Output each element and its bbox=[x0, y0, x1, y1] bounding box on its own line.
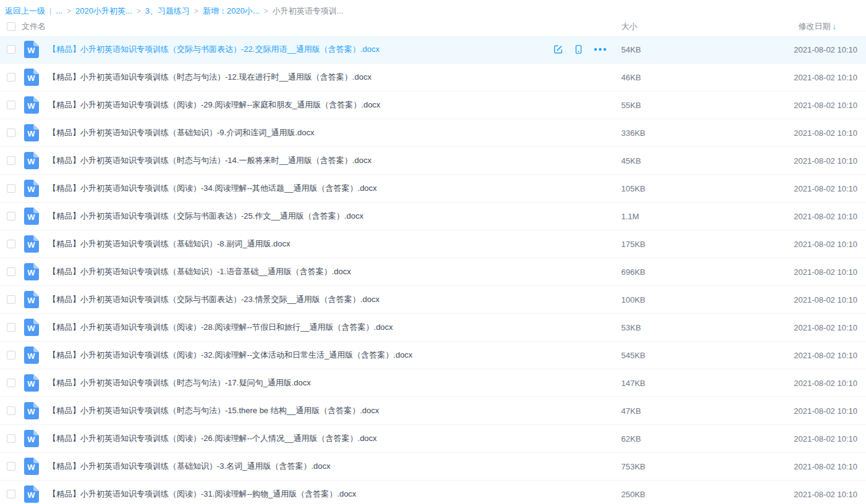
svg-text:W: W bbox=[27, 490, 35, 500]
file-date: 2021-08-02 10:10 bbox=[767, 323, 866, 332]
breadcrumb-separator: > bbox=[194, 7, 198, 15]
file-name-link[interactable]: 【精品】小升初英语知识专项训练（阅读）-34.阅读理解--其他话题__通用版（含… bbox=[48, 183, 552, 194]
file-name-link[interactable]: 【精品】小升初英语知识专项训练（阅读）-26.阅读理解--个人情况__通用版（含… bbox=[48, 433, 552, 444]
file-name-link[interactable]: 【精品】小升初英语知识专项训练（阅读）-31.阅读理解--购物_通用版（含答案）… bbox=[48, 489, 552, 500]
breadcrumb-link[interactable]: 2020小升初英... bbox=[75, 6, 132, 17]
file-name-link[interactable]: 【精品】小升初英语知识专项训练（基础知识）-8.副词_通用版.docx bbox=[48, 238, 552, 250]
file-row[interactable]: W 【精品】小升初英语知识专项训练（阅读）-26.阅读理解--个人情况__通用版… bbox=[0, 425, 866, 453]
row-checkbox[interactable] bbox=[7, 184, 15, 193]
svg-text:W: W bbox=[27, 74, 35, 83]
word-doc-icon: W bbox=[24, 263, 39, 280]
breadcrumb-current: 小升初英语专项训... bbox=[273, 6, 344, 17]
row-checkbox[interactable] bbox=[7, 101, 15, 109]
file-size: 47KB bbox=[621, 406, 767, 416]
select-all-checkbox[interactable] bbox=[7, 22, 15, 31]
file-date: 2021-08-02 10:10 bbox=[767, 45, 866, 54]
file-row[interactable]: W 【精品】小升初英语知识专项训练（交际与书面表达）-22.交际用语__通用版（… bbox=[0, 36, 866, 64]
word-doc-icon: W bbox=[24, 69, 39, 86]
file-row[interactable]: W 【精品】小升初英语知识专项训练（时态与句法）-17.疑问句_通用版.docx bbox=[0, 369, 866, 397]
word-doc-icon: W bbox=[24, 319, 39, 336]
file-size: 175KB bbox=[621, 240, 767, 249]
file-row[interactable]: W 【精品】小升初英语知识专项训练（阅读）-32.阅读理解--文体活动和日常生活… bbox=[0, 342, 866, 369]
word-doc-icon: W bbox=[24, 152, 39, 169]
file-name-link[interactable]: 【精品】小升初英语知识专项训练（基础知识）-9.介词和连词_通用版.docx bbox=[48, 127, 552, 138]
svg-text:W: W bbox=[27, 407, 35, 416]
file-date: 2021-08-02 10:10 bbox=[767, 212, 866, 221]
file-row[interactable]: W 【精品】小升初英语知识专项训练（交际与书面表达）-25.作文__通用版（含答… bbox=[0, 203, 866, 230]
file-size: 250KB bbox=[621, 490, 767, 499]
row-checkbox[interactable] bbox=[7, 212, 15, 220]
more-actions-icon[interactable] bbox=[594, 48, 606, 51]
breadcrumb-link[interactable]: ... bbox=[56, 6, 62, 15]
word-doc-icon: W bbox=[24, 374, 39, 392]
row-checkbox[interactable] bbox=[7, 406, 15, 415]
file-size: 545KB bbox=[621, 351, 767, 360]
svg-text:W: W bbox=[27, 185, 35, 194]
row-checkbox[interactable] bbox=[7, 379, 15, 387]
file-size: 45KB bbox=[621, 156, 767, 166]
row-checkbox[interactable] bbox=[7, 45, 15, 54]
rename-icon[interactable] bbox=[553, 44, 563, 54]
word-doc-icon: W bbox=[24, 208, 39, 225]
file-row[interactable]: W 【精品】小升初英语知识专项训练（阅读）-29.阅读理解--家庭和朋友_通用版… bbox=[0, 91, 866, 119]
row-checkbox[interactable] bbox=[7, 73, 15, 82]
breadcrumb-link[interactable]: 3、习题练习 bbox=[145, 6, 190, 17]
file-row[interactable]: W 【精品】小升初英语知识专项训练（阅读）-34.阅读理解--其他话题__通用版… bbox=[0, 175, 866, 203]
file-row[interactable]: W 【精品】小升初英语知识专项训练（时态与句法）-12.现在进行时__通用版（含… bbox=[0, 64, 866, 91]
file-date: 2021-08-02 10:10 bbox=[767, 240, 866, 249]
mobile-preview-icon[interactable] bbox=[574, 44, 584, 54]
file-name-link[interactable]: 【精品】小升初英语知识专项训练（时态与句法）-17.疑问句_通用版.docx bbox=[48, 377, 552, 388]
file-date: 2021-08-02 10:10 bbox=[767, 267, 866, 277]
breadcrumb-link[interactable]: 返回上一级 bbox=[5, 6, 45, 17]
row-checkbox[interactable] bbox=[7, 434, 15, 443]
word-doc-icon: W bbox=[24, 291, 39, 308]
row-checkbox[interactable] bbox=[7, 128, 15, 137]
file-date: 2021-08-02 10:10 bbox=[767, 462, 866, 471]
word-doc-icon: W bbox=[24, 402, 39, 419]
file-name-link[interactable]: 【精品】小升初英语知识专项训练（时态与句法）-12.现在进行时__通用版（含答案… bbox=[48, 72, 552, 83]
file-name-link[interactable]: 【精品】小升初英语知识专项训练（交际与书面表达）-23.情景交际__通用版（含答… bbox=[48, 294, 552, 305]
file-row[interactable]: W 【精品】小升初英语知识专项训练（基础知识）-3.名词_通用版（含答案）.do… bbox=[0, 453, 866, 481]
file-name-link[interactable]: 【精品】小升初英语知识专项训练（阅读）-28.阅读理解--节假日和旅行__通用版… bbox=[48, 322, 552, 333]
row-checkbox[interactable] bbox=[7, 323, 15, 332]
file-name-link[interactable]: 【精品】小升初英语知识专项训练（基础知识）-1.语音基础__通用版（含答案）.d… bbox=[48, 266, 552, 277]
file-row[interactable]: W 【精品】小升初英语知识专项训练（交际与书面表达）-23.情景交际__通用版（… bbox=[0, 286, 866, 314]
file-date: 2021-08-02 10:10 bbox=[767, 379, 866, 388]
svg-text:W: W bbox=[27, 296, 35, 305]
row-checkbox[interactable] bbox=[7, 156, 15, 165]
file-row[interactable]: W 【精品】小升初英语知识专项训练（阅读）-31.阅读理解--购物_通用版（含答… bbox=[0, 481, 866, 504]
row-checkbox[interactable] bbox=[7, 462, 15, 471]
file-date: 2021-08-02 10:10 bbox=[767, 101, 866, 110]
row-checkbox[interactable] bbox=[7, 295, 15, 304]
file-name-link[interactable]: 【精品】小升初英语知识专项训练（交际与书面表达）-22.交际用语__通用版（含答… bbox=[48, 44, 552, 55]
file-name-link[interactable]: 【精品】小升初英语知识专项训练（交际与书面表达）-25.作文__通用版（含答案）… bbox=[48, 211, 552, 222]
row-checkbox[interactable] bbox=[7, 267, 15, 276]
file-name-link[interactable]: 【精品】小升初英语知识专项训练（时态与句法）-15.there be 结构__通… bbox=[48, 405, 552, 416]
word-doc-icon: W bbox=[24, 124, 39, 141]
file-name-link[interactable]: 【精品】小升初英语知识专项训练（基础知识）-3.名词_通用版（含答案）.docx bbox=[48, 461, 552, 472]
file-row[interactable]: W 【精品】小升初英语知识专项训练（基础知识）-9.介词和连词_通用版.docx bbox=[0, 119, 866, 147]
file-row[interactable]: W 【精品】小升初英语知识专项训练（时态与句法）-14.一般将来时__通用版（含… bbox=[0, 147, 866, 175]
file-name-link[interactable]: 【精品】小升初英语知识专项训练（时态与句法）-14.一般将来时__通用版（含答案… bbox=[48, 155, 552, 166]
file-size: 336KB bbox=[621, 128, 767, 138]
file-row[interactable]: W 【精品】小升初英语知识专项训练（基础知识）-8.副词_通用版.docx bbox=[0, 230, 866, 258]
file-date: 2021-08-02 10:10 bbox=[767, 128, 866, 138]
svg-text:W: W bbox=[27, 379, 35, 388]
breadcrumb: 返回上一级|...>2020小升初英...>3、习题练习>新增：2020小...… bbox=[0, 0, 866, 17]
file-date: 2021-08-02 10:10 bbox=[767, 73, 866, 82]
file-row[interactable]: W 【精品】小升初英语知识专项训练（时态与句法）-15.there be 结构_… bbox=[0, 397, 866, 425]
sort-desc-icon[interactable]: ↓ bbox=[833, 22, 837, 31]
breadcrumb-link[interactable]: 新增：2020小... bbox=[203, 6, 260, 17]
file-row[interactable]: W 【精品】小升初英语知识专项训练（阅读）-28.阅读理解--节假日和旅行__通… bbox=[0, 314, 866, 342]
file-size: 53KB bbox=[621, 323, 767, 332]
row-checkbox[interactable] bbox=[7, 351, 15, 359]
column-header-date[interactable]: 修改日期↓ bbox=[767, 21, 866, 32]
file-date: 2021-08-02 10:10 bbox=[767, 351, 866, 360]
breadcrumb-separator: | bbox=[49, 7, 51, 15]
row-checkbox[interactable] bbox=[7, 490, 15, 498]
file-size: 105KB bbox=[621, 184, 767, 193]
file-row[interactable]: W 【精品】小升初英语知识专项训练（基础知识）-1.语音基础__通用版（含答案）… bbox=[0, 258, 866, 286]
file-name-link[interactable]: 【精品】小升初英语知识专项训练（阅读）-29.阅读理解--家庭和朋友_通用版（含… bbox=[48, 99, 552, 111]
row-checkbox[interactable] bbox=[7, 240, 15, 248]
file-name-link[interactable]: 【精品】小升初英语知识专项训练（阅读）-32.阅读理解--文体活动和日常生活_通… bbox=[48, 350, 552, 361]
